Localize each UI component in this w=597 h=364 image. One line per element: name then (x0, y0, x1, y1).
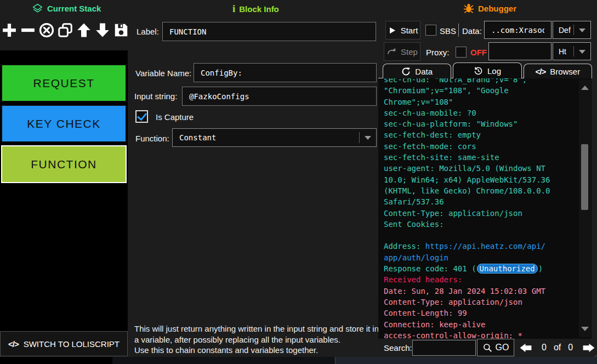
start-button-label: Start (401, 26, 418, 35)
app-window: Current Stack i Block Info Debugger REQU… (0, 0, 597, 364)
play-icon (388, 26, 396, 35)
label-field-label: Label: (137, 27, 159, 36)
match-navigation: 0 of 0 (518, 339, 597, 356)
log-line: access-control-allow-origin: * (384, 330, 592, 339)
refresh-icon (401, 67, 411, 76)
step-button[interactable]: Step (384, 42, 420, 61)
bottom-bar-segment (335, 357, 597, 364)
start-button[interactable]: Start (385, 21, 420, 39)
tab-browser[interactable]: </>Browser (524, 64, 592, 78)
vertical-separator (458, 24, 459, 37)
code-icon: </> (535, 67, 545, 76)
tab-data[interactable]: Data (383, 64, 451, 78)
search-input[interactable] (412, 340, 476, 356)
log-line: Address: https://api.heatz.com/api/ (384, 241, 592, 252)
add-icon[interactable] (1, 20, 18, 40)
log-panel: sec-ch-ua: "Not?A_Brand";v="8","Chromium… (378, 78, 592, 339)
data-label: Data: (462, 26, 482, 36)
stack-block-function[interactable]: FUNCTION (1, 145, 127, 183)
log-line: app/auth/login (384, 252, 592, 263)
chevron-down-icon (365, 136, 371, 140)
tab-label: Log (487, 66, 501, 76)
log-line (384, 230, 592, 241)
sbs-checkbox[interactable] (425, 25, 436, 36)
move-down-icon[interactable] (94, 20, 111, 40)
label-input[interactable] (162, 22, 376, 41)
debugger-tabs: DataLog</>Browser (383, 62, 592, 78)
input-string-label: Input string: (134, 92, 177, 101)
log-line: sec-fetch-mode: cors (384, 141, 592, 152)
function-dropdown-value: Constant (179, 133, 216, 142)
variable-name-input[interactable] (194, 63, 377, 82)
log-content: sec-ch-ua: "Not?A_Brand";v="8","Chromium… (384, 78, 592, 339)
layers-icon (32, 3, 43, 14)
match-total: 0 (568, 343, 573, 352)
log-line: Received headers: (384, 274, 592, 285)
log-line: "Chromium";v="108", "Google (384, 85, 592, 96)
search-label: Search: (384, 343, 412, 352)
log-line: user-agent: Mozilla/5.0 (Windows NT (384, 163, 592, 174)
data-input[interactable] (484, 21, 551, 39)
function-dropdown[interactable]: Constant (172, 128, 377, 147)
log-line: Chrome";v="108" (384, 96, 592, 107)
bottom-bar-segment (0, 357, 112, 364)
scrollbar-up-icon[interactable] (581, 86, 589, 90)
debugger-header: Debugger (463, 3, 516, 14)
info-icon: i (232, 3, 235, 15)
duplicate-icon[interactable] (56, 20, 74, 40)
next-match-button[interactable] (580, 341, 597, 355)
sbs-label: SBS (440, 26, 456, 36)
scrollbar-thumb[interactable] (581, 144, 588, 210)
tab-label: Browser (550, 67, 580, 76)
match-position: 0 (542, 343, 547, 352)
input-string-input[interactable] (182, 87, 377, 106)
move-up-icon[interactable] (75, 20, 93, 40)
go-button[interactable]: GO (477, 339, 514, 356)
scrollbar-down-icon[interactable] (581, 327, 589, 331)
bottom-bar (0, 357, 597, 364)
code-icon: </> (8, 339, 19, 349)
proxy-checkbox[interactable] (456, 47, 467, 58)
log-line: Sent Cookies: (384, 219, 592, 230)
log-line: sec-fetch-site: same-site (384, 152, 592, 163)
switch-button-label: SWITCH TO LOLISCRIPT (24, 339, 120, 349)
chevron-down-icon (579, 29, 585, 32)
tab-log[interactable]: Log (453, 62, 521, 78)
block-info-title: Block Info (239, 4, 279, 14)
log-line: (KHTML, like Gecko) Chrome/108.0.0.0 (384, 185, 592, 196)
log-line: Response code: 401 (Unauthorized) (384, 263, 592, 274)
step-button-label: Step (401, 47, 418, 56)
current-stack-header: Current Stack (32, 3, 101, 14)
chevron-down-icon (579, 50, 585, 54)
step-icon (386, 47, 396, 56)
proxy-input[interactable] (488, 42, 551, 60)
proxy-type-dropdown[interactable]: Ht (553, 42, 591, 60)
stack-toolbar (1, 20, 130, 40)
log-line: Date: Sun, 28 Jan 2024 15:02:03 GMT (384, 286, 592, 297)
stack-block-key-check[interactable]: KEY CHECK (1, 105, 127, 143)
go-button-label: GO (496, 343, 509, 352)
previous-match-button[interactable] (518, 341, 535, 355)
proxy-off-status: OFF (470, 48, 487, 57)
bug-icon (463, 3, 474, 14)
stack-list: REQUESTKEY CHECKFUNCTION (0, 50, 128, 183)
log-line: Content-Type: application/json (384, 208, 592, 219)
log-scrollbar[interactable] (579, 79, 591, 337)
switch-to-loliscript-button[interactable]: </> SWITCH TO LOLISCRIPT (0, 331, 128, 356)
save-icon[interactable] (112, 20, 130, 40)
log-line: Connection: keep-alive (384, 319, 592, 330)
description-line: Use this to chain constants and variable… (134, 345, 380, 356)
block-description: This will just return anything written i… (134, 323, 380, 356)
dropdown-separator (359, 132, 360, 143)
description-line: This will just return anything written i… (134, 323, 380, 345)
is-capture-checkbox[interactable] (135, 110, 148, 123)
checkmark-icon (137, 111, 147, 121)
function-label: Function: (135, 134, 169, 143)
stack-block-request[interactable]: REQUEST (1, 64, 127, 102)
data-type-dropdown[interactable]: Def (553, 21, 591, 39)
clear-icon[interactable] (38, 20, 55, 40)
remove-icon[interactable] (19, 20, 37, 40)
block-info-header: i Block Info (232, 3, 279, 15)
is-capture-label: Is Capture (156, 112, 194, 122)
variable-name-label: Variable Name: (135, 69, 191, 78)
